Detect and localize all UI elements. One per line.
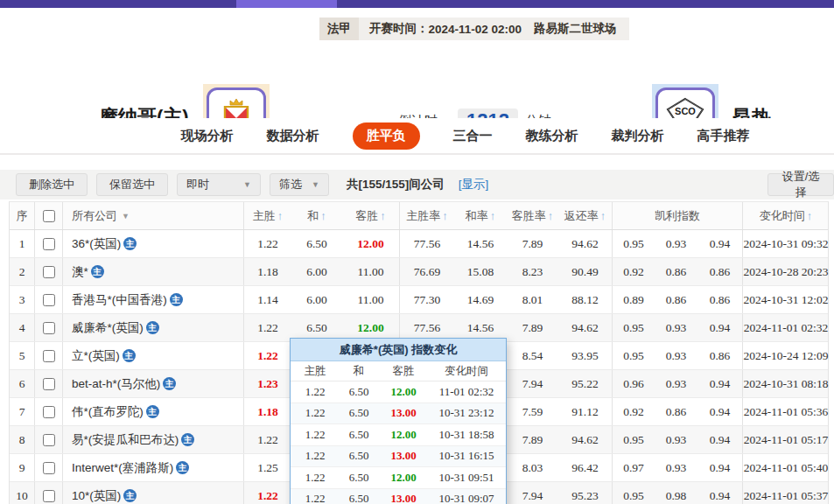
header-home-win[interactable]: 主胜↑ [243, 202, 291, 229]
row-checkbox[interactable] [43, 294, 55, 306]
payout-rate: 90.49 [558, 258, 612, 285]
chevron-down-icon: ▼ [312, 180, 319, 189]
kelly-home: 0.96 [612, 370, 655, 397]
company-cell[interactable]: 威廉希*(英国) 主 [62, 314, 243, 341]
home-badge-icon: 主 [146, 405, 159, 418]
show-link[interactable]: [显示] [459, 177, 489, 192]
draw-odds: 6.00 [291, 258, 342, 285]
away-win-odds: 11.00 [342, 286, 399, 313]
table-toolbar: 删除选中 保留选中 即时 ▼ 筛选 ▼ 共[155/155]间公司 [显示] 设… [0, 170, 834, 200]
row-seq: 6 [10, 370, 34, 397]
header-change-time-label: 变化时间 [760, 208, 805, 224]
home-badge-icon: 主 [170, 293, 183, 306]
away-win-rate: 7.94 [507, 370, 558, 397]
kelly-draw: 0.86 [655, 258, 697, 285]
header-company-label: 所有公司 [72, 208, 117, 224]
keep-selected-button[interactable]: 保留选中 [96, 173, 168, 196]
row-checkbox[interactable] [43, 462, 55, 474]
analysis-nav: 现场分析 数据分析 胜平负 三合一 教练分析 裁判分析 高手推荐 [0, 118, 834, 155]
popup-away-odds: 13.00 [378, 403, 429, 424]
header-draw[interactable]: 和↑ [291, 202, 342, 229]
company-cell[interactable]: 36*(英国) 主 [62, 230, 243, 257]
nav-tab[interactable]: 现场分析 [181, 128, 234, 144]
kelly-draw: 0.86 [655, 398, 697, 425]
company-cell[interactable]: Interwet*(塞浦路斯) 主 [62, 454, 243, 481]
popup-draw-odds: 6.50 [340, 489, 378, 504]
header-company[interactable]: 所有公司 ▼ [62, 202, 243, 229]
kelly-away: 0.86 [697, 286, 742, 313]
sort-up-icon: ↑ [807, 209, 813, 222]
nav-tab[interactable]: 胜平负 [353, 122, 420, 150]
change-time: 2024-11-01 05:37 [742, 482, 829, 504]
away-win-rate: 7.89 [507, 314, 558, 341]
company-cell[interactable]: 伟*(直布罗陀) 主 [62, 398, 243, 425]
kelly-away: 0.86 [697, 342, 742, 369]
row-seq: 5 [10, 342, 34, 369]
kelly-home: 0.89 [612, 286, 655, 313]
company-name: 香港马*(中国香港) [72, 292, 167, 308]
kelly-away: 0.94 [697, 314, 742, 341]
kelly-draw: 0.93 [655, 342, 697, 369]
row-seq: 3 [10, 286, 34, 313]
company-cell[interactable]: bet-at-h*(马尔他) 主 [62, 370, 243, 397]
settings-select-button[interactable]: 设置/选择 [767, 173, 834, 196]
company-name: Interwet*(塞浦路斯) [72, 460, 173, 476]
popup-change-time: 11-01 02:32 [429, 382, 504, 402]
nav-tab[interactable]: 三合一 [453, 128, 493, 144]
odds-mode-select[interactable]: 即时 ▼ [177, 173, 261, 196]
change-time: 2024-11-01 05:40 [742, 454, 829, 481]
popup-body: 1.22 6.50 12.00 11-01 02:32 1.22 6.50 13… [291, 382, 506, 504]
kelly-draw: 0.93 [655, 230, 697, 257]
header-select-all[interactable] [34, 202, 62, 229]
row-seq: 2 [10, 258, 34, 285]
away-win-rate: 7.89 [507, 426, 558, 453]
row-checkbox[interactable] [43, 238, 55, 250]
row-checkbox[interactable] [43, 490, 55, 502]
header-home-rate[interactable]: 主胜率↑ [399, 202, 454, 229]
header-away-rate[interactable]: 客胜率↑ [507, 202, 558, 229]
away-win-rate: 7.94 [507, 482, 558, 504]
header-draw-rate[interactable]: 和率↑ [454, 202, 507, 229]
row-checkbox[interactable] [43, 378, 55, 390]
row-checkbox[interactable] [43, 266, 55, 278]
popup-change-time: 10-31 16:15 [429, 446, 504, 467]
kelly-draw: 0.93 [655, 370, 697, 397]
header-payout[interactable]: 返还率↑ [558, 202, 612, 229]
company-cell[interactable]: 易*(安提瓜和巴布达) 主 [62, 426, 243, 453]
popup-header-draw: 和 [340, 361, 378, 381]
company-cell[interactable]: 10*(英国) 主 [62, 482, 243, 504]
nav-tab[interactable]: 数据分析 [267, 128, 319, 144]
header-payout-label: 返还率 [564, 208, 599, 224]
row-checkbox-cell [34, 342, 62, 369]
horizontal-scrollbar[interactable] [0, 0, 834, 8]
home-badge-icon: 主 [123, 349, 136, 362]
payout-rate: 91.12 [558, 398, 612, 425]
draw-odds: 6.00 [291, 286, 342, 313]
header-seq: 序 [10, 202, 34, 229]
home-win-odds: 1.22 [243, 426, 291, 453]
header-away-win[interactable]: 客胜↑ [342, 202, 399, 229]
nav-tab[interactable]: 教练分析 [526, 128, 578, 144]
nav-tab[interactable]: 高手推荐 [697, 128, 750, 144]
delete-selected-button[interactable]: 删除选中 [16, 173, 88, 196]
filter-select[interactable]: 筛选 ▼ [270, 173, 329, 196]
nav-tab[interactable]: 裁判分析 [612, 128, 664, 144]
scrollbar-thumb[interactable] [236, 0, 337, 8]
kelly-home: 0.97 [612, 454, 655, 481]
row-checkbox-cell [34, 258, 62, 285]
away-win-rate: 8.03 [507, 454, 558, 481]
row-checkbox[interactable] [43, 406, 55, 418]
row-checkbox[interactable] [43, 434, 55, 446]
kelly-home: 0.95 [612, 314, 655, 341]
company-cell[interactable]: 香港马*(中国香港) 主 [62, 286, 243, 313]
company-cell[interactable]: 澳* 主 [62, 258, 243, 285]
popup-draw-odds: 6.50 [340, 403, 378, 424]
row-checkbox[interactable] [43, 322, 55, 334]
header-change-time[interactable]: 变化时间↑ [742, 202, 829, 229]
row-checkbox[interactable] [43, 350, 55, 362]
sort-up-icon: ↑ [490, 209, 496, 222]
select-all-checkbox[interactable] [43, 210, 55, 222]
popup-change-time: 10-31 18:58 [429, 424, 504, 445]
company-cell[interactable]: 立*(英国) 主 [62, 342, 243, 369]
payout-rate: 94.62 [558, 230, 612, 257]
